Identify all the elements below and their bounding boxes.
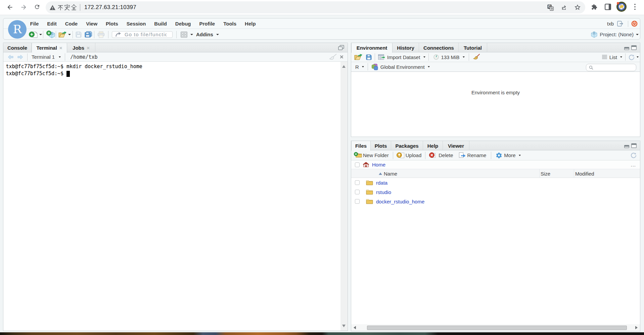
list-view-label[interactable]: List: [609, 54, 617, 60]
tab-tutorial[interactable]: Tutorial: [459, 43, 487, 52]
delete-label[interactable]: Delete: [439, 152, 453, 158]
column-name[interactable]: Name: [379, 169, 397, 178]
refresh-files-icon[interactable]: [631, 152, 637, 158]
import-dataset-caret[interactable]: [423, 56, 425, 58]
tab-plots[interactable]: Plots: [371, 141, 391, 150]
file-row-docker-rstudio-home[interactable]: docker_rstudio_home: [351, 197, 640, 206]
tab-terminal-close-icon[interactable]: ×: [59, 45, 62, 51]
load-workspace-icon[interactable]: [354, 54, 363, 60]
select-all-checkbox[interactable]: [355, 162, 360, 167]
row-checkbox[interactable]: [355, 180, 360, 185]
tab-console[interactable]: Console: [3, 43, 32, 52]
goto-file-input[interactable]: [125, 32, 167, 37]
menu-plots[interactable]: Plots: [102, 21, 123, 27]
maximize-pane-icon[interactable]: [631, 143, 637, 148]
env-language-caret[interactable]: [362, 66, 364, 67]
menu-edit[interactable]: Edit: [43, 21, 61, 27]
menu-debug[interactable]: Debug: [171, 21, 195, 27]
file-link-rstudio[interactable]: rstudio: [376, 187, 391, 197]
share-icon[interactable]: [561, 4, 567, 11]
menu-view[interactable]: View: [82, 21, 102, 27]
files-hscrollbar[interactable]: [351, 324, 640, 331]
tab-viewer[interactable]: Viewer: [443, 141, 469, 150]
menu-help[interactable]: Help: [241, 21, 260, 27]
clear-terminal-broom-icon[interactable]: [328, 54, 337, 60]
more-gear-icon[interactable]: [496, 152, 502, 159]
new-file-icon[interactable]: [29, 31, 38, 38]
tab-help[interactable]: Help: [423, 141, 443, 150]
file-row-rdata[interactable]: rdata: [351, 178, 640, 187]
row-checkbox[interactable]: [355, 190, 360, 194]
minimize-pane-icon[interactable]: [624, 145, 629, 148]
new-folder-label[interactable]: New Folder: [363, 152, 389, 158]
menu-profile[interactable]: Profile: [195, 21, 219, 27]
env-search-box[interactable]: [586, 64, 636, 71]
profile-avatar[interactable]: [616, 2, 627, 12]
breadcrumb-ellipsis[interactable]: ...: [631, 162, 636, 168]
scroll-right-icon[interactable]: [635, 326, 638, 329]
sign-out-icon[interactable]: [617, 20, 624, 27]
list-view-caret[interactable]: [620, 56, 622, 58]
menu-build[interactable]: Build: [150, 21, 171, 27]
import-dataset-label[interactable]: Import Dataset: [387, 54, 420, 60]
tab-environment[interactable]: Environment: [351, 43, 393, 53]
save-workspace-icon[interactable]: [366, 54, 372, 60]
menu-file[interactable]: File: [26, 21, 43, 27]
translate-icon[interactable]: G: [547, 4, 554, 11]
list-view-icon[interactable]: [602, 55, 607, 59]
more-caret[interactable]: [519, 155, 521, 156]
save-icon-disabled[interactable]: [76, 32, 82, 38]
upload-label[interactable]: Upload: [406, 152, 422, 158]
tab-connections[interactable]: Connections: [419, 43, 459, 52]
new-folder-icon[interactable]: [354, 152, 362, 159]
terminal-selector-caret[interactable]: [59, 56, 61, 58]
maximize-pane-icon[interactable]: [338, 45, 344, 50]
new-file-dropdown-caret[interactable]: [39, 34, 42, 35]
refresh-environment-icon[interactable]: [629, 54, 635, 60]
env-language-label[interactable]: R: [355, 64, 359, 70]
memory-usage-label[interactable]: 133 MiB: [441, 54, 459, 60]
goto-file-search[interactable]: [112, 31, 173, 38]
terminal-vscrollbar[interactable]: [340, 62, 348, 331]
tab-history[interactable]: History: [393, 43, 419, 52]
browser-menu-kebab-icon[interactable]: [633, 3, 637, 10]
hscroll-thumb[interactable]: [367, 326, 627, 330]
clear-environment-broom-icon[interactable]: [472, 54, 480, 60]
tab-packages[interactable]: Packages: [391, 141, 423, 150]
delete-icon[interactable]: [429, 152, 435, 158]
save-all-icon[interactable]: [85, 31, 92, 38]
row-checkbox[interactable]: [355, 199, 360, 204]
global-environment-label[interactable]: Global Environment: [380, 64, 425, 70]
upload-icon[interactable]: [397, 152, 404, 159]
tab-terminal[interactable]: Terminal×: [32, 43, 67, 53]
file-link-docker-rstudio-home[interactable]: docker_rstudio_home: [376, 197, 424, 206]
scroll-up-icon[interactable]: [342, 65, 346, 68]
maximize-pane-icon[interactable]: [631, 45, 637, 50]
open-file-dropdown-caret[interactable]: [68, 34, 71, 35]
import-dataset-icon[interactable]: [378, 54, 385, 60]
rename-label[interactable]: Rename: [467, 152, 487, 158]
file-row-rstudio[interactable]: rstudio: [351, 187, 640, 197]
scroll-left-icon[interactable]: [354, 326, 356, 329]
column-modified[interactable]: Modified: [575, 169, 594, 178]
url-text[interactable]: 172.27.63.21:10397: [84, 4, 136, 11]
terminal-forward-icon[interactable]: [17, 55, 23, 59]
pane-layout-grid-icon[interactable]: [181, 32, 187, 38]
menu-code[interactable]: Code: [61, 21, 82, 27]
scroll-down-icon[interactable]: [342, 325, 346, 327]
addins-caret[interactable]: [216, 34, 219, 35]
print-icon-disabled[interactable]: [97, 31, 105, 38]
more-label[interactable]: More: [504, 152, 515, 158]
browser-back-icon[interactable]: [6, 4, 13, 11]
terminal-selector-label[interactable]: Terminal 1: [32, 54, 55, 60]
tab-files[interactable]: Files: [351, 141, 371, 151]
file-link-rdata[interactable]: rdata: [376, 178, 387, 187]
browser-forward-icon[interactable]: [20, 4, 27, 11]
pane-layout-caret[interactable]: [190, 34, 193, 35]
address-bar[interactable]: 172.27.63.21:10397 G: [46, 1, 585, 13]
global-environment-caret[interactable]: [428, 66, 430, 67]
tab-jobs[interactable]: Jobs×: [67, 43, 95, 52]
rename-icon[interactable]: [459, 152, 466, 158]
terminal-output[interactable]: txb@fc77bf75cf5d:~$ mkdir docker_rstudio…: [3, 62, 340, 331]
minimize-pane-icon[interactable]: [624, 47, 629, 50]
